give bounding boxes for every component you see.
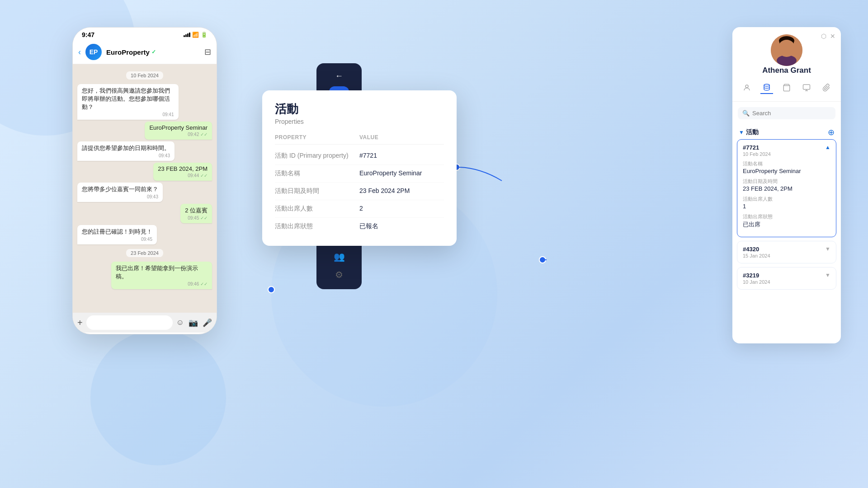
- event-date: 10 Jan 2024: [743, 279, 770, 285]
- nav-person-icon[interactable]: [741, 81, 753, 94]
- message-sent-4: 我已出席！希望能拿到一份演示稿。 09:46 ✓✓: [111, 262, 212, 289]
- camera-icon[interactable]: 📷: [189, 318, 198, 328]
- menu-icon[interactable]: ⊟: [204, 47, 211, 57]
- search-input[interactable]: [752, 110, 831, 117]
- avatar-svg: [771, 34, 802, 66]
- external-link-icon[interactable]: ⬡: [821, 33, 826, 40]
- phone-status-icons: 📶 🔋: [184, 32, 208, 38]
- add-event-button[interactable]: ⊕: [828, 127, 835, 137]
- nav-bag-icon[interactable]: [780, 81, 793, 94]
- sticker-icon[interactable]: ☺: [176, 318, 184, 328]
- message-received-4: 您的註冊已確認！到時見！ 09:45: [77, 225, 157, 244]
- crm-mid-back-button[interactable]: ←: [335, 71, 343, 81]
- svg-point-7: [777, 55, 797, 66]
- events-section-title: ▼ 活動: [739, 128, 759, 136]
- event-detail-row: 活動名稱 EuroProperty Seminar: [743, 160, 830, 174]
- search-icon: 🔍: [742, 110, 750, 117]
- phone-mockup: 9:47 📶 🔋 ‹ EP EuroProperty ✓: [72, 27, 217, 334]
- col-value-header: VALUE: [359, 134, 444, 141]
- event-id: #7721: [743, 144, 771, 151]
- event-date: 15 Jan 2024: [743, 253, 770, 258]
- bg-decoration-2: [90, 330, 226, 465]
- nav-paperclip-icon[interactable]: [820, 81, 833, 94]
- svg-rect-16: [803, 84, 810, 89]
- event-id: #3219: [743, 272, 770, 279]
- event-card-4320: #4320 15 Jan 2024 ▼: [737, 241, 836, 263]
- chat-header: ‹ EP EuroProperty ✓ ⊟: [73, 40, 217, 64]
- event-card-header: #4320 15 Jan 2024 ▼: [743, 246, 830, 258]
- event-card-header: #7721 10 Feb 2024 ▲: [743, 144, 830, 157]
- event-expand-button[interactable]: ▼: [825, 246, 830, 252]
- table-row: 活動出席狀態 已報名: [275, 218, 444, 235]
- signal-icon: [184, 33, 190, 37]
- popup-title: 活動: [275, 101, 444, 117]
- event-expand-button[interactable]: ▼: [825, 272, 830, 278]
- close-icon[interactable]: ✕: [830, 33, 835, 40]
- events-list: #7721 10 Feb 2024 ▲ 活動名稱 EuroProperty Se…: [732, 139, 841, 343]
- phone-frame: 9:47 📶 🔋 ‹ EP EuroProperty ✓: [72, 27, 217, 334]
- svg-point-3: [539, 257, 546, 263]
- event-card-header: #3219 10 Jan 2024 ▼: [743, 272, 830, 285]
- contact-full-name: Athena Grant: [762, 66, 811, 75]
- search-bar[interactable]: 🔍: [738, 107, 835, 119]
- table-header: PROPERTY VALUE: [275, 134, 444, 145]
- nav-monitor-icon[interactable]: [800, 81, 813, 94]
- col-property-header: PROPERTY: [275, 134, 359, 141]
- contact-avatar: EP: [85, 44, 102, 60]
- chat-input-bar: + ☺ 📷 🎤: [73, 313, 217, 333]
- table-row: 活動日期及時間 23 Feb 2024 2PM: [275, 183, 444, 200]
- back-button[interactable]: ‹: [78, 47, 81, 57]
- battery-icon: 🔋: [201, 32, 208, 38]
- message-received-3: 您將帶多少位嘉賓一同前來？ 09:43: [77, 183, 163, 202]
- event-date: 10 Feb 2024: [743, 151, 771, 157]
- crm-mid-people-icon[interactable]: 👥: [334, 251, 345, 262]
- crm-nav-tabs: [741, 81, 833, 94]
- message-sent-3: 2 位嘉賓 09:45 ✓✓: [180, 204, 212, 223]
- event-card-7721: #7721 10 Feb 2024 ▲ 活動名稱 EuroProperty Se…: [737, 139, 836, 237]
- nav-database-icon[interactable]: [760, 81, 773, 94]
- message-sent-2: 23 FEB 2024, 2PM 09:44 ✓✓: [153, 163, 212, 181]
- properties-table: PROPERTY VALUE 活動 ID (Primary property) …: [275, 134, 444, 235]
- media-buttons: ☺ 📷 🎤: [176, 318, 212, 328]
- wifi-icon: 📶: [192, 32, 199, 38]
- event-id: #4320: [743, 246, 770, 253]
- crm-header: ⬡ ✕: [732, 27, 841, 102]
- crm-panel: ⬡ ✕: [732, 27, 841, 343]
- events-section-header: ▼ 活動 ⊕: [732, 125, 841, 139]
- svg-point-14: [764, 84, 769, 86]
- message-received-1: 您好，我們很高興邀請您參加我們即將舉辦的活動。您想參加哪個活動？ 09:41: [77, 84, 179, 120]
- table-row: 活動 ID (Primary property) #7721: [275, 147, 444, 165]
- svg-point-5: [779, 39, 794, 55]
- contact-name: EuroProperty ✓: [106, 48, 156, 56]
- svg-point-10: [786, 48, 788, 49]
- section-chevron-icon[interactable]: ▼: [739, 129, 744, 136]
- crm-mid-settings-icon[interactable]: ⚙: [335, 269, 343, 280]
- phone-status-bar: 9:47 📶 🔋: [73, 28, 217, 40]
- svg-point-12: [779, 38, 794, 47]
- table-row: 活動出席人數 2: [275, 200, 444, 218]
- message-sent-1: EuroProperty Seminar 09:42 ✓✓: [145, 122, 212, 140]
- event-expand-button[interactable]: ▲: [825, 144, 830, 150]
- date-divider-1: 10 Feb 2024: [126, 71, 163, 80]
- verified-badge: ✓: [151, 49, 156, 55]
- popup-subtitle: Properties: [275, 118, 444, 125]
- attach-button[interactable]: +: [77, 318, 83, 328]
- event-card-3219: #3219 10 Jan 2024 ▼: [737, 267, 836, 290]
- mic-icon[interactable]: 🎤: [203, 318, 212, 328]
- svg-point-9: [788, 45, 790, 47]
- svg-point-13: [745, 85, 748, 88]
- table-row: 活動名稱 EuroProperty Seminar: [275, 165, 444, 183]
- event-detail-row: 活動出席狀態 已出席: [743, 213, 830, 229]
- message-input[interactable]: [86, 315, 173, 330]
- avatar: [771, 34, 802, 66]
- properties-popup: 活動 Properties PROPERTY VALUE 活動 ID (Prim…: [262, 90, 457, 246]
- date-divider-2: 23 Feb 2024: [126, 249, 163, 257]
- event-detail-row: 活動日期及時間 23 FEB 2024, 2PM: [743, 178, 830, 192]
- chat-messages[interactable]: 10 Feb 2024 您好，我們很高興邀請您參加我們即將舉辦的活動。您想參加哪…: [73, 64, 217, 313]
- message-received-2: 請提供您希望參加的日期和時間。 09:43: [77, 141, 175, 161]
- svg-point-8: [783, 45, 785, 47]
- crm-header-actions: ⬡ ✕: [821, 33, 835, 40]
- event-details: 活動名稱 EuroProperty Seminar 活動日期及時間 23 FEB…: [743, 160, 830, 229]
- phone-time: 9:47: [82, 31, 94, 38]
- event-detail-row: 活動出席人數 1: [743, 196, 830, 210]
